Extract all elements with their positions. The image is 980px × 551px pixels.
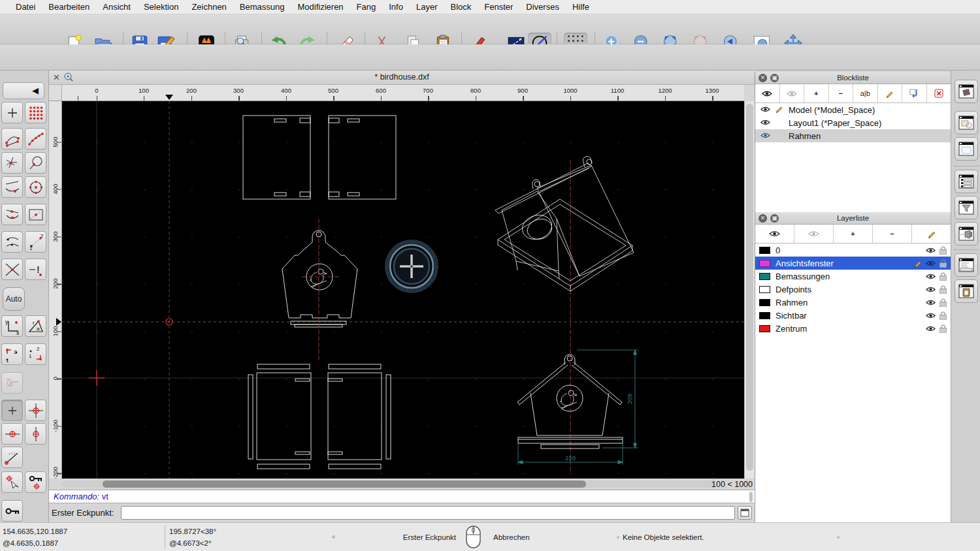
add-layer-button[interactable]: + <box>834 225 873 243</box>
block-row-rahmen[interactable]: Rahmen <box>755 129 951 142</box>
add-block-button[interactable]: + <box>804 84 829 102</box>
document-title: * birdhouse.dxf <box>49 72 755 82</box>
visibility-eye-icon[interactable] <box>760 131 770 141</box>
restrict-vertical-button[interactable] <box>25 423 46 445</box>
layer-lock-icon[interactable] <box>939 272 947 281</box>
hide-all-blocks-button[interactable] <box>780 84 805 102</box>
lock-button[interactable] <box>1 500 23 522</box>
edit-block-button[interactable] <box>878 84 903 102</box>
restrict-both-button[interactable] <box>25 400 46 421</box>
restrict-orthogonal-button[interactable] <box>1 372 23 394</box>
layer-row-bemassungen[interactable]: Bemassungen <box>755 270 951 283</box>
layer-lock-icon[interactable] <box>939 259 947 268</box>
block-row-layout1[interactable]: Layout1 (*Paper_Space) <box>755 116 951 129</box>
vertical-scrollbar[interactable] <box>744 101 755 479</box>
angle-restriction-button[interactable] <box>1 447 23 468</box>
layer-visible-icon[interactable] <box>926 325 936 332</box>
show-all-blocks-button[interactable] <box>755 84 780 102</box>
relative-polar-button[interactable]: 12 <box>25 343 46 365</box>
layer-lock-icon[interactable] <box>939 246 947 255</box>
rename-block-button[interactable]: a|b <box>853 84 878 102</box>
restrict-horizontal-button[interactable] <box>1 423 23 445</box>
snap-reference-button[interactable] <box>25 204 46 225</box>
menu-layer[interactable]: Layer <box>410 2 444 12</box>
menu-diverses[interactable]: Diverses <box>519 2 566 12</box>
delete-block-button[interactable] <box>927 84 951 102</box>
command-options-button[interactable] <box>738 506 752 520</box>
layer-row-zentrum[interactable]: Zentrum <box>755 322 951 335</box>
vertical-scrollbar-thumb[interactable] <box>746 104 753 471</box>
coordinate-polar-button[interactable]: ra <box>25 315 46 337</box>
layer-lock-icon[interactable] <box>939 324 947 333</box>
menu-ansicht[interactable]: Ansicht <box>96 2 137 12</box>
layer-visible-icon[interactable] <box>926 273 936 280</box>
dock-clipboard-button[interactable] <box>955 279 978 303</box>
dock-selection-filter-button[interactable] <box>955 196 978 219</box>
dock-camera-tool-button[interactable] <box>955 222 978 245</box>
horizontal-scrollbar-thumb[interactable] <box>103 480 586 488</box>
layer-visible-icon[interactable] <box>926 312 936 319</box>
menu-modifizieren[interactable]: Modifizieren <box>291 2 350 12</box>
menu-bemassung[interactable]: Bemassung <box>233 2 291 12</box>
snap-free-button[interactable] <box>1 102 23 123</box>
snap-restriction-off-button[interactable]: ! <box>25 259 46 280</box>
dock-library-browser-button[interactable] <box>955 111 978 134</box>
layer-visible-icon[interactable] <box>926 299 936 306</box>
layer-lock-icon[interactable] <box>939 285 947 294</box>
coordinate-cartesian-button[interactable]: yx <box>1 315 23 337</box>
menu-info[interactable]: Info <box>382 2 410 12</box>
remove-layer-button[interactable]: − <box>873 225 912 243</box>
history-scrollbar[interactable] <box>749 492 753 502</box>
menu-fang[interactable]: Fang <box>350 2 383 12</box>
layer-lock-icon[interactable] <box>939 298 947 307</box>
back-button[interactable]: ◀ <box>3 82 44 99</box>
set-relative-zero-button[interactable] <box>1 471 23 493</box>
snap-on-entity-button[interactable] <box>25 128 46 150</box>
snap-intersection-button[interactable] <box>1 259 23 280</box>
layer-row-defpoints[interactable]: Defpoints <box>755 283 951 296</box>
hide-all-layers-button[interactable] <box>794 225 834 243</box>
menu-datei[interactable]: Datei <box>9 2 42 12</box>
show-all-layers-button[interactable] <box>755 225 794 243</box>
snap-auto-button[interactable]: Auto <box>3 287 25 311</box>
snap-tangent-button[interactable] <box>1 176 23 198</box>
snap-perpendicular-button[interactable] <box>1 204 23 225</box>
layer-lock-icon[interactable] <box>939 311 947 320</box>
insert-block-button[interactable] <box>902 84 927 102</box>
layer-visible-icon[interactable] <box>926 260 936 267</box>
relative-coordinate-button[interactable]: 12 <box>1 343 23 365</box>
snap-center-button[interactable] <box>25 176 46 198</box>
snap-distance-button[interactable] <box>1 231 23 253</box>
edit-layer-button[interactable] <box>912 225 951 243</box>
dock-block-list-button[interactable] <box>955 80 978 103</box>
dock-viewport-button[interactable] <box>955 137 978 161</box>
dock-property-list-button[interactable] <box>955 170 978 193</box>
command-input[interactable] <box>121 506 735 520</box>
drawing-canvas[interactable]: 209 220 <box>62 101 744 479</box>
block-row-model[interactable]: Model (*Model_Space) <box>755 103 951 116</box>
visibility-eye-icon[interactable] <box>760 118 770 128</box>
menu-bearbeiten[interactable]: Bearbeiten <box>42 2 96 12</box>
menu-fenster[interactable]: Fenster <box>478 2 519 12</box>
layer-visible-icon[interactable] <box>926 286 936 293</box>
menu-zeichnen[interactable]: Zeichnen <box>185 2 233 12</box>
layer-row-rahmen[interactable]: Rahmen <box>755 296 951 309</box>
visibility-eye-icon[interactable] <box>760 105 770 115</box>
restrict-none-button[interactable] <box>1 400 23 421</box>
lock-relative-zero-button[interactable] <box>25 471 46 493</box>
menu-block[interactable]: Block <box>444 2 478 12</box>
snap-middle-manual-button[interactable]: 12 <box>25 231 46 253</box>
layer-row-0[interactable]: 0 <box>755 244 951 257</box>
layer-visible-icon[interactable] <box>926 247 936 254</box>
layer-row-sichtbar[interactable]: Sichtbar <box>755 309 951 322</box>
snap-intersection-auto-button[interactable] <box>1 152 23 174</box>
layer-row-ansichtsfenster[interactable]: Ansichtsfenster <box>755 257 951 270</box>
menu-selektion[interactable]: Selektion <box>137 2 185 12</box>
snap-endpoints-button[interactable] <box>1 128 23 150</box>
snap-on-circle-button[interactable] <box>25 152 46 174</box>
menu-hilfe[interactable]: Hilfe <box>566 2 596 12</box>
horizontal-scrollbar[interactable] <box>62 480 715 488</box>
remove-block-button[interactable]: − <box>829 84 854 102</box>
dock-command-line-button[interactable] <box>955 253 978 277</box>
snap-grid-button[interactable] <box>25 102 46 123</box>
